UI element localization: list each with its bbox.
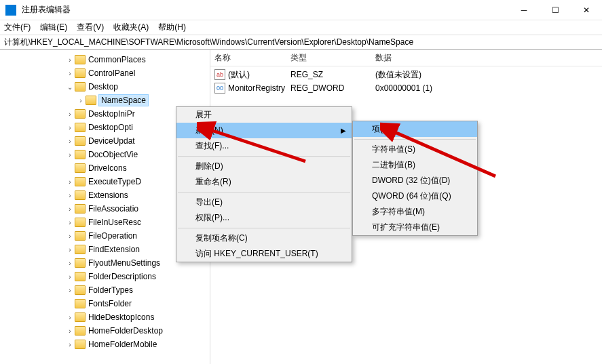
new-submenu: 项(K) 字符串值(S) 二进制值(B) DWORD (32 位)值(D) QW… — [352, 121, 478, 236]
tree-item-label: DesktopIniPr — [88, 109, 135, 119]
folder-icon — [75, 68, 86, 78]
sub-string[interactable]: 字符串值(S) — [353, 142, 477, 157]
ctx-permissions[interactable]: 权限(P)... — [176, 210, 352, 226]
tree-item[interactable]: ›CommonPlaces — [0, 53, 210, 66]
folder-icon — [75, 82, 86, 92]
separator — [178, 228, 350, 228]
tree-item-label: FontsFolder — [88, 299, 132, 308]
ctx-delete[interactable]: 删除(D) — [176, 159, 352, 174]
ctx-export[interactable]: 导出(E) — [176, 195, 352, 210]
separator — [178, 192, 350, 193]
chevron-right-icon[interactable]: › — [65, 138, 75, 145]
chevron-right-icon[interactable]: › — [65, 327, 75, 335]
separator — [354, 139, 476, 140]
chevron-down-icon[interactable]: ⌄ — [65, 83, 75, 91]
chevron-right-icon[interactable]: › — [65, 287, 75, 294]
window-controls: ─ ☐ ✕ — [508, 0, 602, 20]
tree-item-label: DriveIcons — [88, 163, 127, 173]
close-button[interactable]: ✕ — [571, 0, 602, 20]
chevron-right-icon[interactable]: › — [65, 273, 75, 281]
menu-edit[interactable]: 编辑(E) — [40, 22, 67, 33]
menubar: 文件(F) 编辑(E) 查看(V) 收藏夹(A) 帮助(H) — [0, 20, 602, 35]
chevron-right-icon[interactable]: › — [65, 219, 75, 226]
folder-icon — [75, 150, 86, 159]
list-header: 名称 类型 数据 — [210, 50, 602, 66]
folder-icon — [75, 123, 86, 132]
chevron-right-icon[interactable]: › — [65, 124, 75, 132]
chevron-right-icon[interactable]: › — [65, 192, 75, 199]
chevron-right-icon[interactable]: › — [65, 178, 75, 186]
sub-binary[interactable]: 二进制值(B) — [353, 157, 477, 173]
tree-item-label: ExecuteTypeD — [88, 177, 141, 186]
ctx-find[interactable]: 查找(F)... — [176, 138, 352, 154]
folder-icon — [75, 204, 86, 214]
chevron-right-icon[interactable]: › — [65, 260, 75, 267]
value-type: REG_DWORD — [290, 83, 375, 93]
menu-help[interactable]: 帮助(H) — [158, 22, 186, 33]
folder-icon — [75, 272, 86, 281]
chevron-right-icon[interactable]: › — [65, 232, 75, 240]
tree-item-label: HomeFolderMobile — [88, 340, 157, 349]
tree-item[interactable]: ›FolderTypes — [0, 283, 210, 297]
tree-item[interactable]: ›HomeFolderMobile — [0, 338, 210, 351]
tree-item-label: NameSpace — [99, 95, 148, 106]
folder-icon — [75, 136, 86, 146]
sub-expandstring[interactable]: 可扩充字符串值(E) — [353, 220, 477, 235]
app-icon — [5, 5, 16, 16]
chevron-right-icon[interactable]: › — [76, 97, 86, 104]
value-row[interactable]: 00MonitorRegistryREG_DWORD0x00000001 (1) — [214, 81, 602, 95]
sub-dword[interactable]: DWORD (32 位)值(D) — [353, 173, 477, 188]
tree-item[interactable]: ⌄Desktop — [0, 80, 210, 94]
chevron-right-icon[interactable]: › — [65, 56, 75, 64]
maximize-button[interactable]: ☐ — [540, 0, 571, 20]
tree-item[interactable]: ›NameSpace — [0, 94, 210, 107]
chevron-right-icon[interactable]: › — [65, 151, 75, 159]
tree-item-label: FolderTypes — [88, 285, 133, 295]
value-name: (默认) — [228, 69, 250, 81]
ctx-new[interactable]: 新建(N) ▶ — [176, 123, 352, 138]
chevron-right-icon[interactable]: › — [65, 246, 75, 254]
ctx-rename[interactable]: 重命名(R) — [176, 174, 352, 190]
col-type[interactable]: 类型 — [290, 52, 375, 64]
address-text: 计算机\HKEY_LOCAL_MACHINE\SOFTWARE\Microsof… — [4, 37, 413, 48]
tree-item-label: Desktop — [88, 82, 118, 92]
chevron-right-icon[interactable]: › — [65, 70, 75, 77]
col-data[interactable]: 数据 — [375, 52, 602, 64]
tree-item-label: Extensions — [88, 190, 128, 200]
folder-icon — [75, 299, 86, 308]
chevron-right-icon[interactable]: › — [65, 110, 75, 118]
tree-item-label: HideDesktopIcons — [88, 312, 154, 322]
address-bar[interactable]: 计算机\HKEY_LOCAL_MACHINE\SOFTWARE\Microsof… — [0, 35, 602, 50]
value-type: REG_SZ — [290, 70, 375, 79]
tree-item[interactable]: FontsFolder — [0, 297, 210, 310]
value-row[interactable]: ab(默认)REG_SZ(数值未设置) — [214, 68, 602, 81]
menu-favorites[interactable]: 收藏夹(A) — [113, 22, 149, 33]
ctx-expand[interactable]: 展开 — [176, 107, 352, 123]
tree-item[interactable]: ›HideDesktopIcons — [0, 310, 210, 324]
sub-key[interactable]: 项(K) — [353, 121, 477, 137]
submenu-arrow-icon: ▶ — [341, 127, 346, 134]
tree-item-label: HomeFolderDesktop — [88, 326, 163, 336]
tree-item-label: FileAssociatio — [88, 204, 138, 214]
menu-view[interactable]: 查看(V) — [77, 22, 104, 33]
tree-item-label: DocObjectVie — [88, 150, 138, 159]
tree-item-label: FileInUseResc — [88, 218, 141, 227]
sub-qword[interactable]: QWORD (64 位)值(Q) — [353, 188, 477, 204]
col-name[interactable]: 名称 — [214, 52, 290, 64]
folder-icon — [75, 312, 86, 322]
menu-file[interactable]: 文件(F) — [4, 22, 31, 33]
context-menu: 展开 新建(N) ▶ 查找(F)... 删除(D) 重命名(R) 导出(E) 权… — [176, 106, 352, 262]
tree-item[interactable]: ›ControlPanel — [0, 66, 210, 80]
chevron-right-icon[interactable]: › — [65, 205, 75, 213]
tree-item[interactable]: ›FolderDescriptions — [0, 270, 210, 283]
folder-icon — [75, 109, 86, 119]
chevron-right-icon[interactable]: › — [65, 341, 75, 348]
chevron-right-icon[interactable]: › — [65, 314, 75, 321]
sub-multistring[interactable]: 多字符串值(M) — [353, 204, 477, 220]
ctx-copy-key-name[interactable]: 复制项名称(C) — [176, 230, 352, 246]
minimize-button[interactable]: ─ — [508, 0, 540, 20]
tree-item[interactable]: ›HomeFolderDesktop — [0, 324, 210, 338]
dword-value-icon: 00 — [214, 83, 225, 94]
folder-icon — [75, 55, 86, 64]
ctx-goto-hkcu[interactable]: 访问 HKEY_CURRENT_USER(T) — [176, 246, 352, 262]
